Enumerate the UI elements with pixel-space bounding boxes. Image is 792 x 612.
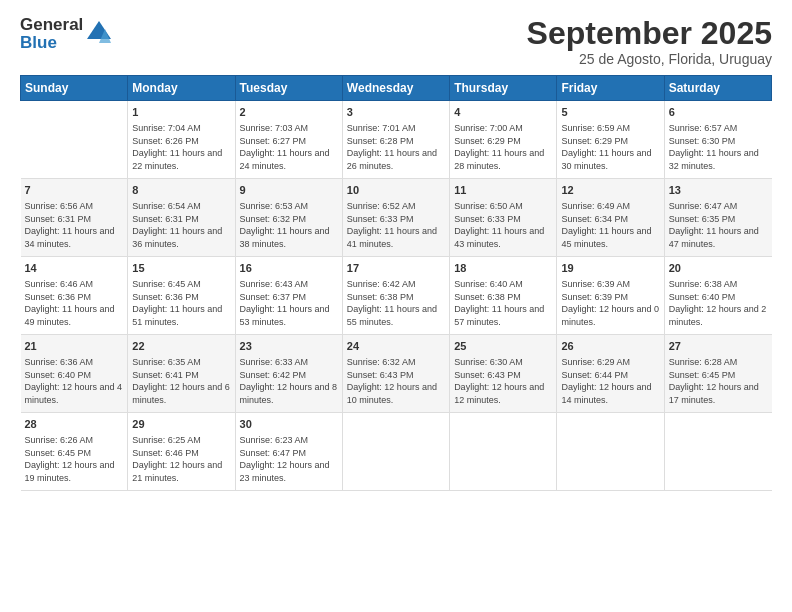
table-row: 22Sunrise: 6:35 AMSunset: 6:41 PMDayligh… — [128, 335, 235, 413]
cell-info: Sunrise: 6:45 AMSunset: 6:36 PMDaylight:… — [132, 278, 230, 328]
table-row: 17Sunrise: 6:42 AMSunset: 6:38 PMDayligh… — [342, 257, 449, 335]
table-row: 21Sunrise: 6:36 AMSunset: 6:40 PMDayligh… — [21, 335, 128, 413]
table-row — [21, 101, 128, 179]
table-row: 27Sunrise: 6:28 AMSunset: 6:45 PMDayligh… — [664, 335, 771, 413]
table-row: 1Sunrise: 7:04 AMSunset: 6:26 PMDaylight… — [128, 101, 235, 179]
day-number: 11 — [454, 183, 552, 198]
table-row: 26Sunrise: 6:29 AMSunset: 6:44 PMDayligh… — [557, 335, 664, 413]
header-tuesday: Tuesday — [235, 76, 342, 101]
calendar-week-row: 7Sunrise: 6:56 AMSunset: 6:31 PMDaylight… — [21, 179, 772, 257]
cell-info: Sunrise: 6:54 AMSunset: 6:31 PMDaylight:… — [132, 200, 230, 250]
table-row: 7Sunrise: 6:56 AMSunset: 6:31 PMDaylight… — [21, 179, 128, 257]
day-number: 26 — [561, 339, 659, 354]
day-number: 3 — [347, 105, 445, 120]
logo-icon — [85, 19, 113, 47]
day-number: 14 — [25, 261, 124, 276]
day-number: 25 — [454, 339, 552, 354]
cell-info: Sunrise: 6:36 AMSunset: 6:40 PMDaylight:… — [25, 356, 124, 406]
header-monday: Monday — [128, 76, 235, 101]
table-row: 9Sunrise: 6:53 AMSunset: 6:32 PMDaylight… — [235, 179, 342, 257]
header-saturday: Saturday — [664, 76, 771, 101]
table-row: 13Sunrise: 6:47 AMSunset: 6:35 PMDayligh… — [664, 179, 771, 257]
table-row — [557, 413, 664, 491]
day-number: 4 — [454, 105, 552, 120]
cell-info: Sunrise: 6:49 AMSunset: 6:34 PMDaylight:… — [561, 200, 659, 250]
day-number: 23 — [240, 339, 338, 354]
logo: General Blue — [20, 16, 113, 52]
cell-info: Sunrise: 6:29 AMSunset: 6:44 PMDaylight:… — [561, 356, 659, 406]
table-row: 30Sunrise: 6:23 AMSunset: 6:47 PMDayligh… — [235, 413, 342, 491]
table-row: 18Sunrise: 6:40 AMSunset: 6:38 PMDayligh… — [450, 257, 557, 335]
day-number: 30 — [240, 417, 338, 432]
table-row: 11Sunrise: 6:50 AMSunset: 6:33 PMDayligh… — [450, 179, 557, 257]
table-row: 20Sunrise: 6:38 AMSunset: 6:40 PMDayligh… — [664, 257, 771, 335]
table-row: 19Sunrise: 6:39 AMSunset: 6:39 PMDayligh… — [557, 257, 664, 335]
table-row: 4Sunrise: 7:00 AMSunset: 6:29 PMDaylight… — [450, 101, 557, 179]
header-sunday: Sunday — [21, 76, 128, 101]
day-number: 13 — [669, 183, 768, 198]
table-row: 5Sunrise: 6:59 AMSunset: 6:29 PMDaylight… — [557, 101, 664, 179]
table-row — [342, 413, 449, 491]
page-subtitle: 25 de Agosto, Florida, Uruguay — [527, 51, 772, 67]
cell-info: Sunrise: 6:52 AMSunset: 6:33 PMDaylight:… — [347, 200, 445, 250]
table-row: 29Sunrise: 6:25 AMSunset: 6:46 PMDayligh… — [128, 413, 235, 491]
day-number: 9 — [240, 183, 338, 198]
calendar-header-row: Sunday Monday Tuesday Wednesday Thursday… — [21, 76, 772, 101]
logo-blue: Blue — [20, 34, 83, 52]
cell-info: Sunrise: 6:47 AMSunset: 6:35 PMDaylight:… — [669, 200, 768, 250]
cell-info: Sunrise: 6:28 AMSunset: 6:45 PMDaylight:… — [669, 356, 768, 406]
day-number: 20 — [669, 261, 768, 276]
day-number: 27 — [669, 339, 768, 354]
cell-info: Sunrise: 7:00 AMSunset: 6:29 PMDaylight:… — [454, 122, 552, 172]
calendar-week-row: 1Sunrise: 7:04 AMSunset: 6:26 PMDaylight… — [21, 101, 772, 179]
day-number: 2 — [240, 105, 338, 120]
table-row: 2Sunrise: 7:03 AMSunset: 6:27 PMDaylight… — [235, 101, 342, 179]
calendar-week-row: 28Sunrise: 6:26 AMSunset: 6:45 PMDayligh… — [21, 413, 772, 491]
day-number: 19 — [561, 261, 659, 276]
title-block: September 2025 25 de Agosto, Florida, Ur… — [527, 16, 772, 67]
cell-info: Sunrise: 6:43 AMSunset: 6:37 PMDaylight:… — [240, 278, 338, 328]
day-number: 22 — [132, 339, 230, 354]
table-row: 6Sunrise: 6:57 AMSunset: 6:30 PMDaylight… — [664, 101, 771, 179]
cell-info: Sunrise: 6:32 AMSunset: 6:43 PMDaylight:… — [347, 356, 445, 406]
day-number: 1 — [132, 105, 230, 120]
cell-info: Sunrise: 6:53 AMSunset: 6:32 PMDaylight:… — [240, 200, 338, 250]
day-number: 15 — [132, 261, 230, 276]
table-row: 12Sunrise: 6:49 AMSunset: 6:34 PMDayligh… — [557, 179, 664, 257]
day-number: 24 — [347, 339, 445, 354]
header-wednesday: Wednesday — [342, 76, 449, 101]
table-row: 25Sunrise: 6:30 AMSunset: 6:43 PMDayligh… — [450, 335, 557, 413]
day-number: 8 — [132, 183, 230, 198]
cell-info: Sunrise: 6:30 AMSunset: 6:43 PMDaylight:… — [454, 356, 552, 406]
cell-info: Sunrise: 6:25 AMSunset: 6:46 PMDaylight:… — [132, 434, 230, 484]
cell-info: Sunrise: 6:39 AMSunset: 6:39 PMDaylight:… — [561, 278, 659, 328]
table-row — [450, 413, 557, 491]
table-row — [664, 413, 771, 491]
cell-info: Sunrise: 6:57 AMSunset: 6:30 PMDaylight:… — [669, 122, 768, 172]
table-row: 15Sunrise: 6:45 AMSunset: 6:36 PMDayligh… — [128, 257, 235, 335]
cell-info: Sunrise: 6:59 AMSunset: 6:29 PMDaylight:… — [561, 122, 659, 172]
table-row: 16Sunrise: 6:43 AMSunset: 6:37 PMDayligh… — [235, 257, 342, 335]
cell-info: Sunrise: 6:38 AMSunset: 6:40 PMDaylight:… — [669, 278, 768, 328]
cell-info: Sunrise: 6:50 AMSunset: 6:33 PMDaylight:… — [454, 200, 552, 250]
cell-info: Sunrise: 7:01 AMSunset: 6:28 PMDaylight:… — [347, 122, 445, 172]
day-number: 17 — [347, 261, 445, 276]
day-number: 29 — [132, 417, 230, 432]
day-number: 12 — [561, 183, 659, 198]
logo-general: General — [20, 16, 83, 34]
page-title: September 2025 — [527, 16, 772, 51]
cell-info: Sunrise: 6:46 AMSunset: 6:36 PMDaylight:… — [25, 278, 124, 328]
table-row: 3Sunrise: 7:01 AMSunset: 6:28 PMDaylight… — [342, 101, 449, 179]
table-row: 8Sunrise: 6:54 AMSunset: 6:31 PMDaylight… — [128, 179, 235, 257]
day-number: 28 — [25, 417, 124, 432]
header-friday: Friday — [557, 76, 664, 101]
table-row: 10Sunrise: 6:52 AMSunset: 6:33 PMDayligh… — [342, 179, 449, 257]
header-thursday: Thursday — [450, 76, 557, 101]
day-number: 16 — [240, 261, 338, 276]
cell-info: Sunrise: 6:56 AMSunset: 6:31 PMDaylight:… — [25, 200, 124, 250]
day-number: 6 — [669, 105, 768, 120]
table-row: 14Sunrise: 6:46 AMSunset: 6:36 PMDayligh… — [21, 257, 128, 335]
cell-info: Sunrise: 6:42 AMSunset: 6:38 PMDaylight:… — [347, 278, 445, 328]
cell-info: Sunrise: 6:35 AMSunset: 6:41 PMDaylight:… — [132, 356, 230, 406]
table-row: 23Sunrise: 6:33 AMSunset: 6:42 PMDayligh… — [235, 335, 342, 413]
